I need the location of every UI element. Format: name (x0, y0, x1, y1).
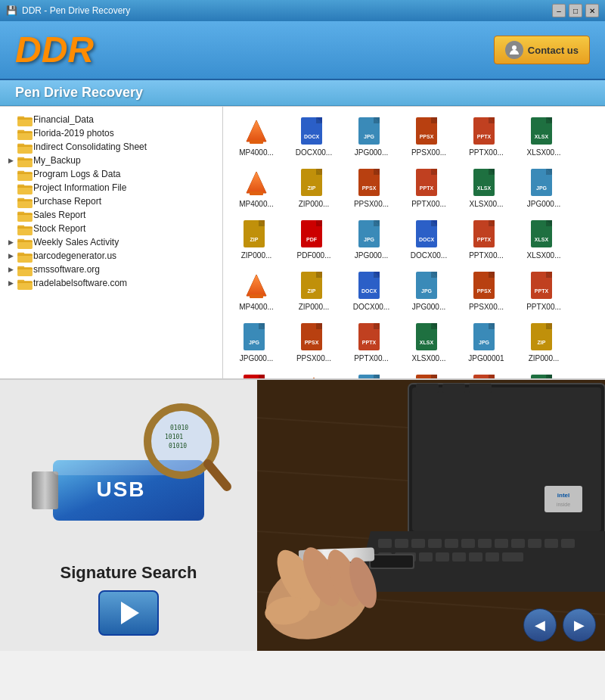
tree-item-financial[interactable]: Financial_Data (3, 113, 219, 126)
file-item[interactable]: MP4000... (229, 113, 284, 161)
svg-rect-297 (495, 539, 508, 548)
file-item[interactable]: PPTX PPTX00... (517, 267, 571, 316)
svg-rect-288 (469, 384, 492, 393)
expand-arrow-purchase[interactable] (6, 197, 15, 206)
tree-item-weekly[interactable]: ▶ Weekly Sales Activity (3, 235, 219, 249)
svg-rect-296 (478, 539, 492, 548)
expand-arrow-trade[interactable]: ▶ (6, 278, 15, 288)
svg-rect-16 (17, 158, 33, 160)
file-item[interactable]: PPTX PPTX00... (402, 164, 456, 213)
next-arrow-button[interactable]: ▶ (563, 608, 596, 642)
file-item[interactable]: PPTX PPTX00... (459, 113, 513, 161)
file-tree-panel[interactable]: Financial_Data Florida-2019 photos Indir… (0, 107, 223, 378)
prev-arrow-button[interactable]: ◀ (523, 608, 557, 642)
file-icon-mp4 (299, 374, 329, 378)
svg-marker-54 (247, 120, 266, 142)
file-item[interactable]: PPTX PPTX00... (459, 370, 513, 378)
svg-rect-4 (17, 117, 33, 120)
svg-rect-24 (17, 185, 33, 188)
expand-arrow-sales[interactable] (6, 210, 15, 219)
file-icon-zip: ZIP (299, 168, 329, 198)
expand-arrow-indirect[interactable] (6, 142, 15, 151)
file-icon-jpg: JPG (414, 271, 444, 301)
tree-item-indirect[interactable]: Indirect Consolidating Sheet (3, 140, 219, 154)
file-item[interactable]: PDF PDF000... (287, 216, 341, 264)
expand-arrow-programlogs[interactable] (6, 170, 15, 179)
file-item[interactable]: XLSX XLSX00... (517, 113, 571, 161)
folder-icon-mybackup (17, 155, 31, 166)
tree-item-trade[interactable]: ▶ tradelabelsoftware.com (3, 276, 219, 290)
file-item[interactable]: MP4000... (229, 267, 284, 316)
expand-arrow-projectinfo[interactable] (6, 183, 15, 192)
file-item[interactable]: PPSX PPSX00... (402, 113, 456, 161)
file-item[interactable]: PPTX PPTX00... (459, 216, 513, 264)
folder-icon-indirect (17, 142, 31, 152)
file-label: PDF000... (296, 251, 330, 260)
file-item[interactable]: ZIP ZIP000... (517, 319, 571, 367)
file-item[interactable]: PDF PDF000... (229, 370, 284, 378)
file-item[interactable]: MP4000... (229, 164, 284, 213)
tree-label-indirect: Indirect Consolidating Sheet (33, 142, 147, 152)
tree-item-sms[interactable]: ▶ smssoftware.org (3, 263, 219, 276)
file-item[interactable]: ZIP ZIP000... (287, 164, 341, 213)
expand-arrow-stock[interactable] (6, 224, 15, 233)
file-grid: MP4000... DOCX DOCX00... JPG JPG000... P… (229, 113, 599, 378)
tree-item-purchase[interactable]: Purchase Report (3, 194, 219, 208)
tree-item-barcode[interactable]: ▶ barcodegenerator.us (3, 249, 219, 263)
file-label: PPSX00... (469, 303, 504, 312)
file-item[interactable]: PPSX PPSX00... (402, 370, 456, 378)
minimize-button[interactable]: – (552, 4, 566, 17)
file-label: XLSX00... (469, 200, 503, 209)
file-item[interactable]: DOCX DOCX00... (287, 113, 341, 161)
expand-arrow-mybackup[interactable]: ▶ (6, 156, 15, 165)
file-label: PPTX00... (526, 303, 561, 312)
file-item[interactable]: XLSX XLSX00... (402, 319, 456, 367)
file-item[interactable]: JPG JPG000... (402, 267, 456, 316)
file-item[interactable]: ZIP ZIP000... (287, 267, 341, 316)
file-item[interactable]: MP4000... (287, 370, 341, 378)
file-label: JPG000... (240, 354, 273, 363)
file-label: XLSX00... (526, 148, 560, 157)
expand-arrow-florida[interactable] (6, 129, 15, 138)
file-item[interactable]: JPG JPG000... (344, 216, 399, 264)
file-item[interactable]: PPSX PPSX00... (459, 267, 513, 316)
file-item[interactable]: DOCX DOCX00... (344, 267, 399, 316)
file-label: JPG00001 (468, 354, 504, 363)
maximize-button[interactable]: □ (569, 4, 582, 17)
file-item[interactable]: PPSX PPSX00... (344, 164, 399, 213)
tree-item-projectinfo[interactable]: Project Information File (3, 181, 219, 194)
svg-text:XLSX: XLSX (535, 134, 549, 139)
file-item[interactable]: XLSX XLSX00... (517, 370, 571, 378)
file-label: PPTX00... (469, 148, 504, 157)
expand-arrow-financial[interactable] (6, 115, 15, 124)
tree-item-stock[interactable]: Stock Report (3, 222, 219, 235)
tree-item-mybackup[interactable]: ▶ My_Backup (3, 154, 219, 167)
file-item[interactable]: XLSX XLSX00... (459, 164, 513, 213)
play-button[interactable] (98, 590, 159, 636)
expand-arrow-weekly[interactable]: ▶ (6, 238, 15, 247)
expand-arrow-barcode[interactable]: ▶ (6, 251, 15, 260)
tree-item-sales[interactable]: Sales Report (3, 208, 219, 222)
file-item[interactable]: XLSX XLSX00... (517, 216, 571, 264)
tree-item-florida[interactable]: Florida-2019 photos (3, 126, 219, 140)
contact-button[interactable]: Contact us (494, 36, 590, 64)
file-icon-pptx: PPTX (471, 117, 501, 147)
file-item[interactable]: JPG JPG000... (344, 113, 399, 161)
file-item[interactable]: PPSX PPSX00... (287, 319, 341, 367)
file-icon-pdf: PDF (241, 374, 271, 378)
file-item[interactable]: JPG JPG00001 (459, 319, 513, 367)
file-item[interactable]: JPG JPG000... (229, 319, 284, 367)
expand-arrow-sms[interactable]: ▶ (6, 265, 15, 274)
file-label: MP4000... (239, 303, 274, 312)
file-grid-panel[interactable]: MP4000... DOCX DOCX00... JPG JPG000... P… (223, 107, 605, 378)
file-item[interactable]: PPTX PPTX00... (344, 319, 399, 367)
tree-item-programlogs[interactable]: Program Logs & Data (3, 167, 219, 181)
svg-rect-293 (428, 539, 442, 548)
file-icon-xlsx: XLSX (529, 117, 559, 147)
file-item[interactable]: JPG JPG000... (344, 370, 399, 378)
file-item[interactable]: DOCX DOCX00... (402, 216, 456, 264)
file-item[interactable]: ZIP ZIP000... (229, 216, 284, 264)
close-button[interactable]: ✕ (585, 4, 599, 17)
file-item[interactable]: JPG JPG000... (517, 164, 571, 213)
file-icon-xlsx: XLSX (471, 168, 501, 198)
